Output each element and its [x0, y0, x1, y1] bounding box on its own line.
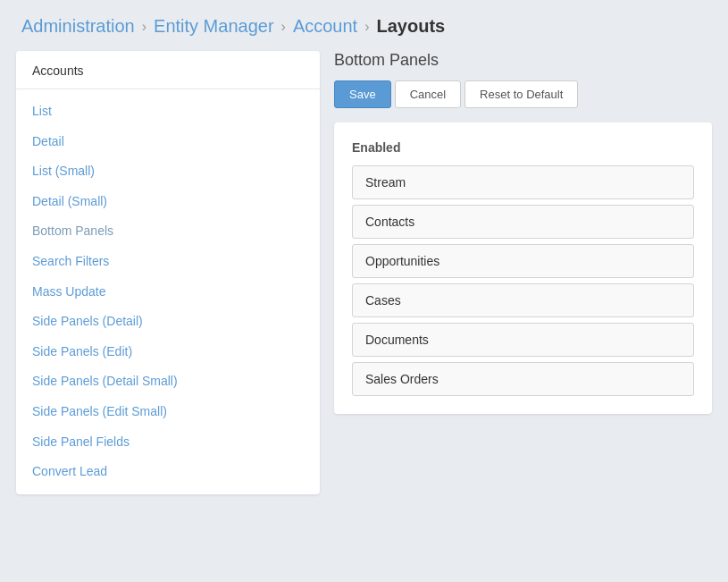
sidebar: Accounts List Detail List (Small) Detail… — [16, 51, 320, 494]
sidebar-item-side-panel-fields[interactable]: Side Panel Fields — [16, 427, 320, 458]
sidebar-item-convert-lead[interactable]: Convert Lead — [16, 457, 320, 487]
breadcrumb-current: Layouts — [376, 16, 445, 37]
sidebar-item-list-small[interactable]: List (Small) — [16, 156, 320, 187]
enabled-label: Enabled — [352, 140, 694, 155]
breadcrumb-entity-manager[interactable]: Entity Manager — [154, 16, 274, 37]
sidebar-item-detail[interactable]: Detail — [16, 127, 320, 157]
breadcrumb-account[interactable]: Account — [293, 16, 357, 37]
sidebar-item-detail-small[interactable]: Detail (Small) — [16, 187, 320, 217]
sidebar-item-bottom-panels[interactable]: Bottom Panels — [16, 216, 320, 247]
sidebar-item-list[interactable]: List — [16, 97, 320, 127]
panel-opportunities[interactable]: Opportunities — [352, 244, 694, 278]
panel-sales-orders[interactable]: Sales Orders — [352, 362, 694, 396]
sidebar-item-side-panels-edit[interactable]: Side Panels (Edit) — [16, 337, 320, 367]
sidebar-item-side-panels-detail[interactable]: Side Panels (Detail) — [16, 307, 320, 337]
breadcrumb-administration[interactable]: Administration — [21, 16, 135, 37]
sidebar-item-side-panels-edit-small[interactable]: Side Panels (Edit Small) — [16, 397, 320, 427]
separator-1: › — [142, 19, 146, 35]
separator-3: › — [364, 19, 369, 35]
reset-button[interactable]: Reset to Default — [464, 80, 578, 108]
main-layout: Accounts List Detail List (Small) Detail… — [0, 51, 728, 510]
content-title: Bottom Panels — [334, 51, 712, 70]
sidebar-header: Accounts — [16, 51, 320, 89]
sidebar-item-side-panels-detail-small[interactable]: Side Panels (Detail Small) — [16, 367, 320, 397]
sidebar-nav: List Detail List (Small) Detail (Small) … — [16, 89, 320, 494]
separator-2: › — [281, 19, 286, 35]
panel-stream[interactable]: Stream — [352, 165, 694, 199]
panel-cases[interactable]: Cases — [352, 283, 694, 317]
cancel-button[interactable]: Cancel — [395, 80, 461, 108]
toolbar: Save Cancel Reset to Default — [334, 80, 712, 108]
panel-contacts[interactable]: Contacts — [352, 205, 694, 239]
panel-documents[interactable]: Documents — [352, 323, 694, 357]
sidebar-item-search-filters[interactable]: Search Filters — [16, 247, 320, 277]
content-area: Bottom Panels Save Cancel Reset to Defau… — [334, 51, 712, 414]
save-button[interactable]: Save — [334, 80, 391, 108]
sidebar-item-mass-update[interactable]: Mass Update — [16, 277, 320, 308]
panels-box: Enabled Stream Contacts Opportunities Ca… — [334, 122, 712, 414]
breadcrumb: Administration › Entity Manager › Accoun… — [0, 0, 728, 51]
